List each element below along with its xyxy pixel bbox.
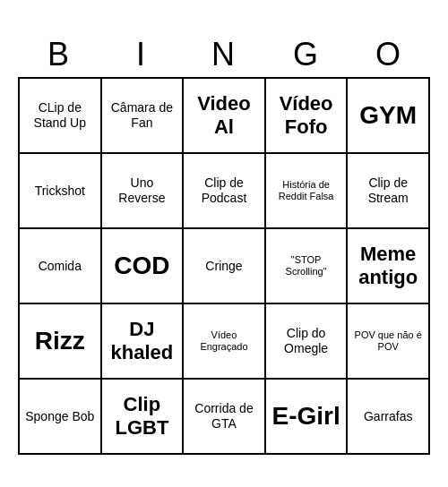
header-letter: G bbox=[265, 32, 348, 77]
bingo-cell: Uno Reverse bbox=[102, 154, 185, 229]
bingo-cell: Vídeo Engraçado bbox=[184, 304, 266, 380]
bingo-cell: CLip de Stand Up bbox=[20, 79, 102, 154]
bingo-cell: Vídeo Fofo bbox=[266, 79, 349, 154]
bingo-cell: História de Reddit Falsa bbox=[266, 154, 349, 229]
bingo-cell: Comida bbox=[20, 229, 102, 304]
bingo-grid: CLip de Stand UpCâmara de FanVideo AlVíd… bbox=[18, 77, 430, 455]
bingo-header: BINGO bbox=[18, 32, 430, 77]
bingo-cell: DJ khaled bbox=[102, 304, 185, 380]
bingo-cell: Video Al bbox=[184, 79, 266, 154]
header-letter: O bbox=[348, 32, 430, 77]
bingo-cell: Garrafas bbox=[348, 380, 430, 455]
bingo-cell: Clip do Omegle bbox=[266, 304, 349, 380]
bingo-cell: Clip de Podcast bbox=[184, 154, 266, 229]
header-letter: B bbox=[18, 32, 100, 77]
bingo-cell: Sponge Bob bbox=[20, 380, 102, 455]
header-letter: I bbox=[100, 32, 183, 77]
bingo-cell: Meme antigo bbox=[348, 229, 430, 304]
bingo-cell: COD bbox=[102, 229, 185, 304]
bingo-cell: Rizz bbox=[20, 304, 102, 380]
bingo-cell: Clip LGBT bbox=[102, 380, 185, 455]
bingo-cell: Clip de Stream bbox=[348, 154, 430, 229]
bingo-cell: E-Girl bbox=[266, 380, 349, 455]
bingo-cell: Trickshot bbox=[20, 154, 102, 229]
bingo-cell: GYM bbox=[348, 79, 430, 154]
bingo-cell: POV que não é POV bbox=[348, 304, 430, 380]
bingo-cell: Corrida de GTA bbox=[184, 380, 266, 455]
bingo-cell: "STOP Scrolling" bbox=[266, 229, 349, 304]
bingo-cell: Câmara de Fan bbox=[102, 79, 185, 154]
bingo-cell: Cringe bbox=[184, 229, 266, 304]
header-letter: N bbox=[183, 32, 265, 77]
bingo-card: BINGO CLip de Stand UpCâmara de FanVideo… bbox=[18, 32, 430, 455]
